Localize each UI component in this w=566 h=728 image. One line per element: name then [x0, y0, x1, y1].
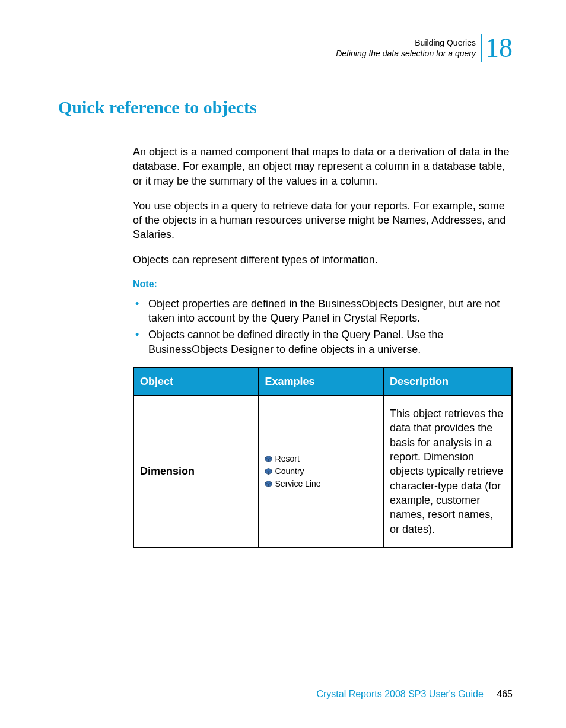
example-item: Country [265, 466, 377, 477]
paragraph-1: An object is a named component that maps… [133, 145, 513, 188]
header-text: Building Queries Defining the data selec… [336, 37, 476, 59]
table-header-row: Object Examples Description [133, 368, 512, 395]
note-label: Note: [133, 278, 513, 291]
example-item: Service Line [265, 478, 377, 489]
example-list: Resort Country [265, 453, 377, 489]
example-item: Resort [265, 453, 377, 465]
example-label: Service Line [275, 478, 321, 489]
note-bullet-2: Objects cannot be defined directly in th… [133, 328, 513, 357]
cube-icon [265, 481, 272, 487]
header-line2: Defining the data selection for a query [336, 48, 476, 59]
page-footer: Crystal Reports 2008 SP3 User's Guide 46… [0, 689, 513, 700]
table-header-examples: Examples [259, 368, 384, 395]
note-bullet-1: Object properties are defined in the Bus… [133, 297, 513, 326]
note-bullet-list: Object properties are defined in the Bus… [133, 297, 513, 357]
footer-title: Crystal Reports 2008 SP3 User's Guide [316, 689, 483, 699]
page-title: Quick reference to objects [58, 97, 513, 117]
footer-page-number: 465 [497, 689, 513, 699]
table-row: Dimension Resort [133, 395, 512, 548]
example-label: Resort [275, 453, 300, 465]
body-content: An object is a named component that maps… [133, 145, 513, 548]
cell-description: This object retrieves the data that prov… [383, 395, 512, 548]
header-line1: Building Queries [336, 37, 476, 48]
objects-table: Object Examples Description Dimension [133, 367, 513, 548]
paragraph-3: Objects can represent different types of… [133, 253, 513, 267]
paragraph-2: You use objects in a query to retrieve d… [133, 199, 513, 242]
example-label: Country [275, 466, 304, 477]
cell-examples: Resort Country [259, 395, 384, 548]
cube-icon [265, 456, 272, 462]
page-header: Building Queries Defining the data selec… [58, 34, 513, 62]
chapter-number: 18 [481, 34, 513, 62]
cube-icon [265, 468, 272, 475]
table-header-object: Object [133, 368, 259, 395]
cell-object: Dimension [133, 395, 259, 548]
table-header-description: Description [383, 368, 512, 395]
